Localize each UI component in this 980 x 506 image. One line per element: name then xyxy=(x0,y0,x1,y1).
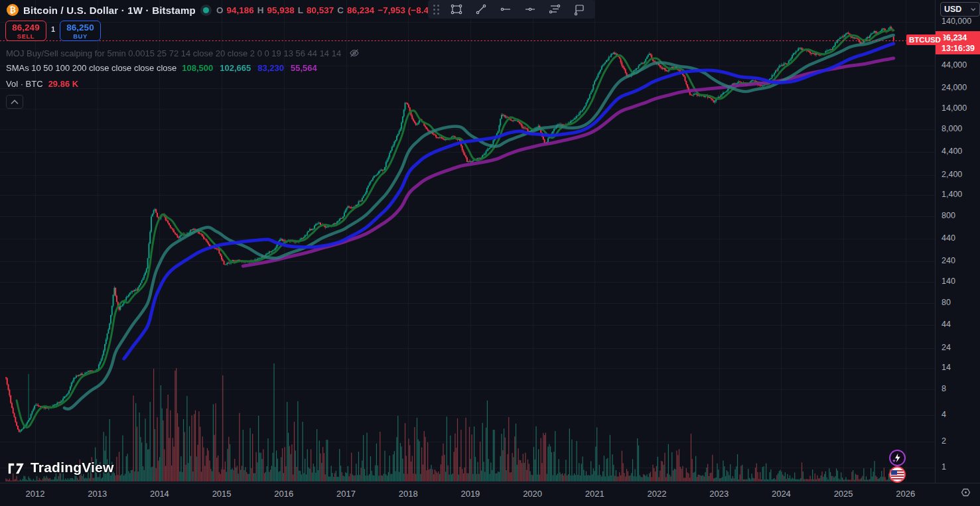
spread-value: 1 xyxy=(48,25,58,33)
drawing-toolbar xyxy=(428,0,595,19)
year-label: 2015 xyxy=(212,489,232,499)
currency-label: USD xyxy=(944,5,961,14)
year-label: 2026 xyxy=(896,489,915,499)
volume-value: 29.86 K xyxy=(48,79,79,89)
smas-indicator-title: SMAs 10 50 100 200 close close close clo… xyxy=(6,63,176,73)
symbol-header: ₿ Bitcoin / U.S. Dollar · 1W · Bitstamp … xyxy=(7,3,445,17)
buy-label: BUY xyxy=(60,32,100,40)
price-tick: 80 xyxy=(942,298,951,307)
year-label: 2014 xyxy=(150,489,169,499)
year-label: 2023 xyxy=(709,489,729,499)
close-label: C xyxy=(337,5,344,15)
indicator-row-smas[interactable]: SMAs 10 50 100 200 close close close clo… xyxy=(6,63,317,73)
price-tick: 4 xyxy=(942,410,946,419)
horizontal-ray-tool-icon[interactable] xyxy=(518,2,542,17)
indicator-row-moj[interactable]: MOJ Buy/Sell scalping for 5min 0.0015 25… xyxy=(6,48,360,58)
year-label: 2017 xyxy=(336,489,356,499)
indicator-row-volume[interactable]: Vol · BTC 29.86 K xyxy=(6,79,78,89)
buy-button[interactable]: 86,250 BUY xyxy=(60,21,101,41)
legend-collapse-button[interactable] xyxy=(6,95,23,109)
year-label: 2024 xyxy=(772,489,791,499)
tradingview-logo-icon xyxy=(7,460,27,475)
trend-line-tool-icon[interactable] xyxy=(469,2,494,17)
moj-indicator-title: MOJ Buy/Sell scalping for 5min 0.0015 25… xyxy=(6,48,341,58)
sma-value-50: 102,665 xyxy=(220,63,251,73)
year-label: 2018 xyxy=(399,489,418,499)
toolbar-drag-handle[interactable] xyxy=(433,5,439,15)
price-tick: 8 xyxy=(942,384,946,393)
sell-button[interactable]: 86,249 SELL xyxy=(5,21,46,41)
ohlc-readout: O94,186 H95,938 L80,537 C86,234 −7,953 (… xyxy=(216,5,445,15)
sell-label: SELL xyxy=(6,32,46,40)
year-label: 2021 xyxy=(585,489,604,499)
flag-callout-tool-icon[interactable] xyxy=(567,2,591,17)
ai-event-icon[interactable] xyxy=(889,450,906,466)
tradingview-chart-window: ₿ Bitcoin / U.S. Dollar · 1W · Bitstamp … xyxy=(0,0,980,506)
year-label: 2025 xyxy=(834,489,853,499)
price-tick: 44,000 xyxy=(942,60,967,70)
currency-selector[interactable]: USD xyxy=(940,2,980,17)
price-tick: 4,400 xyxy=(942,147,962,156)
chevron-down-icon xyxy=(971,7,976,12)
price-tick: 140 xyxy=(942,277,955,286)
low-value: 80,537 xyxy=(307,5,334,15)
us-flag-event-icon[interactable] xyxy=(889,466,906,483)
bitcoin-icon: ₿ xyxy=(7,4,19,16)
sma-values: 108,500102,66583,23055,564 xyxy=(182,63,317,73)
parallel-channel-tool-icon[interactable] xyxy=(542,2,567,17)
open-label: O xyxy=(216,5,224,15)
close-value: 86,234 xyxy=(347,5,374,15)
high-value: 95,938 xyxy=(267,5,294,15)
last-price-value: 86,234 xyxy=(942,32,980,43)
year-label: 2013 xyxy=(88,489,107,499)
scales-settings-icon[interactable] xyxy=(960,487,971,501)
sma-value-200: 55,564 xyxy=(291,63,317,73)
price-tick: 44 xyxy=(942,320,951,329)
year-label: 2012 xyxy=(26,489,45,499)
price-tick: 8,000 xyxy=(942,124,962,133)
market-status-dot[interactable] xyxy=(203,7,209,13)
low-label: L xyxy=(298,5,303,15)
year-label: 2019 xyxy=(460,489,480,499)
price-tick: 14,000 xyxy=(942,103,967,113)
buy-price: 86,250 xyxy=(60,23,100,32)
year-label: 2016 xyxy=(274,489,293,499)
year-label: 2020 xyxy=(523,489,542,499)
price-tick: 24,000 xyxy=(942,83,967,92)
tradingview-watermark: TradingView xyxy=(7,460,114,475)
price-tick: 2,400 xyxy=(942,170,962,179)
volume-indicator-title: Vol · BTC xyxy=(6,79,43,89)
watermark-text: TradingView xyxy=(31,460,114,475)
high-label: H xyxy=(257,5,264,15)
chevron-up-icon xyxy=(11,99,19,105)
sell-price: 86,249 xyxy=(6,23,46,32)
sma-value-10: 108,500 xyxy=(182,63,213,73)
symbol-title[interactable]: Bitcoin / U.S. Dollar · 1W · Bitstamp xyxy=(23,5,196,16)
price-tick: 440 xyxy=(942,233,955,243)
rectangle-tool-icon[interactable] xyxy=(445,2,469,17)
time-axis[interactable]: 2012201320142015201620172018201920202021… xyxy=(0,483,980,506)
sma-value-100: 83,230 xyxy=(257,63,284,73)
open-value: 94,186 xyxy=(226,5,253,15)
price-tick: 800 xyxy=(942,211,955,220)
price-tick: 2 xyxy=(942,436,946,446)
bar-countdown: 13:16:39 xyxy=(942,43,980,54)
symbol-price-tag: BTCUSD xyxy=(906,34,944,45)
price-tick: 140,000 xyxy=(942,17,971,26)
price-tick: 1,400 xyxy=(942,190,962,199)
price-tick: 240 xyxy=(942,256,955,265)
year-label: 2022 xyxy=(648,489,667,499)
eye-hidden-icon[interactable] xyxy=(349,48,360,58)
price-tick: 24 xyxy=(942,343,951,352)
price-tick: 14 xyxy=(942,363,951,372)
price-tick: 1 xyxy=(942,462,946,472)
horizontal-line-tool-icon[interactable] xyxy=(494,2,518,17)
price-axis[interactable]: 86,234 13:16:39 140,00044,00024,00014,00… xyxy=(935,0,980,483)
